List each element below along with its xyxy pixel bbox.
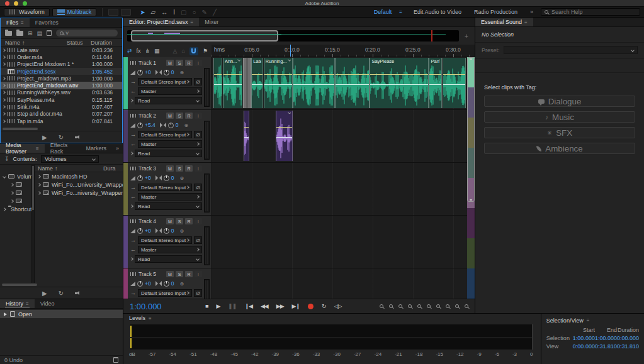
zoom-to-in-out-button[interactable] xyxy=(455,303,459,309)
auto-crossfade-icon[interactable]: ◬ xyxy=(173,48,178,54)
arm-record-button[interactable]: R xyxy=(185,165,193,172)
scrollbar-thumb[interactable] xyxy=(467,57,475,202)
volume-value[interactable]: +0 xyxy=(145,228,151,234)
expand-chevron-icon[interactable] xyxy=(2,105,6,109)
tag-button-ambience[interactable]: Ambience xyxy=(484,143,635,154)
tag-button-dialogue[interactable]: Dialogue xyxy=(484,96,635,107)
input-selector[interactable]: Default Stereo Input xyxy=(138,78,192,85)
automation-mode-selector[interactable]: Read xyxy=(135,97,202,104)
import-file-icon[interactable] xyxy=(16,31,23,36)
volume-envelope-line[interactable] xyxy=(214,74,222,75)
fx-power-button[interactable]: Ø xyxy=(194,236,202,244)
new-item-icon[interactable]: ⊞ xyxy=(28,30,33,36)
files-search-input[interactable]: ˅ xyxy=(56,30,118,36)
volume-envelope-line[interactable] xyxy=(223,74,242,75)
expand-chevron-icon[interactable] xyxy=(130,257,133,261)
crossfade-swap-icon[interactable]: ⇄ xyxy=(127,48,132,54)
close-window-button[interactable] xyxy=(5,1,9,6)
preview-play-icon[interactable]: ▶ xyxy=(42,290,47,297)
volume-envelope-line[interactable] xyxy=(293,74,334,75)
expand-chevron-icon[interactable] xyxy=(3,175,6,179)
tabs-overflow-chevron[interactable]: » xyxy=(112,144,123,153)
file-row[interactable]: SayPlease.m4a0:15.115 xyxy=(1,96,122,103)
tab-markers[interactable]: Markers xyxy=(80,144,112,153)
panel-menu-icon[interactable]: ≡ xyxy=(149,316,152,321)
column-name[interactable]: Name↑ xyxy=(5,40,67,46)
pan-value[interactable]: 0 xyxy=(176,122,179,128)
panel-menu-icon[interactable]: ≡ xyxy=(21,20,24,26)
zoom-in-time-button[interactable] xyxy=(380,303,383,309)
tab-essential-sound[interactable]: Essential Sound ≡ xyxy=(475,18,533,26)
zoom-in-amplitude-button[interactable] xyxy=(417,303,421,309)
minimize-window-button[interactable] xyxy=(14,1,18,6)
contents-dropdown[interactable]: Volumes xyxy=(41,155,99,163)
output-selector[interactable]: Master xyxy=(138,193,202,201)
volume-value[interactable]: +0 xyxy=(145,69,151,75)
loop-playback-button[interactable]: ↻ xyxy=(322,303,326,309)
input-selector[interactable]: Default Stereo Input xyxy=(138,131,192,138)
monitor-input-button[interactable]: I xyxy=(195,165,202,172)
metering-icon[interactable]: ▦ xyxy=(154,48,160,54)
pan-knob[interactable] xyxy=(164,175,169,181)
workspace-edit-audio-to-video[interactable]: Edit Audio to Video xyxy=(414,9,461,15)
mute-button[interactable]: M xyxy=(166,165,174,172)
file-row[interactable]: Order.m4a0:11.044 xyxy=(1,53,122,60)
play-button[interactable]: ▶ xyxy=(216,303,220,309)
expand-chevron-icon[interactable] xyxy=(37,191,41,195)
track-name[interactable]: Track 4 xyxy=(138,218,164,224)
paintbrush-tool-icon[interactable]: ✎ xyxy=(202,8,207,17)
start-value[interactable]: 0:00.000 xyxy=(573,343,595,350)
expand-chevron-icon[interactable] xyxy=(2,119,6,123)
start-value[interactable]: 1:00.000 xyxy=(573,335,595,341)
expand-chevron-icon[interactable] xyxy=(37,175,41,179)
rewind-button[interactable]: ◀◀ xyxy=(261,303,268,309)
slip-tool-icon[interactable]: ↔ xyxy=(161,8,167,17)
file-row[interactable]: ProjectEnd Mixdown 1 *1:00.000 xyxy=(1,61,122,68)
duration-value[interactable]: 0:31.810 xyxy=(617,343,639,350)
fast-forward-button[interactable]: ▶▶ xyxy=(276,303,284,309)
insert-into-multitrack-icon[interactable]: ▤ xyxy=(37,30,43,36)
audio-clip[interactable] xyxy=(213,58,222,108)
audio-clip[interactable]: Running... xyxy=(264,58,293,108)
stop-button[interactable]: ■ xyxy=(205,303,208,309)
audio-clip[interactable]: SayPlease xyxy=(370,58,429,108)
file-row[interactable]: Late.wav0:03.236 xyxy=(1,47,122,53)
track-lane[interactable] xyxy=(212,216,475,268)
track-lane[interactable] xyxy=(212,268,475,299)
clip-menu-chevron-icon[interactable] xyxy=(237,58,240,62)
arm-record-button[interactable]: R xyxy=(185,113,193,119)
panel-menu-icon[interactable]: ≡ xyxy=(191,19,194,25)
pan-value[interactable]: 0 xyxy=(171,175,174,181)
timeline-ruler[interactable]: hms 0:05.00:10.00:15.00:20.00:25.00:30.0 xyxy=(212,45,475,57)
output-selector[interactable]: Master xyxy=(138,87,202,95)
spot-healing-brush-tool-icon[interactable]: ╱ xyxy=(213,8,217,17)
tab-mixer[interactable]: Mixer xyxy=(199,18,224,26)
mute-button[interactable]: M xyxy=(166,218,174,224)
monitor-input-button[interactable]: I xyxy=(195,60,202,66)
file-row[interactable]: ProjectEnd.sesx1:05.452 xyxy=(1,68,122,75)
panel-menu-icon[interactable]: ≡ xyxy=(587,317,590,323)
tab-media-browser[interactable]: Media Browser ≡ xyxy=(0,144,45,153)
file-row[interactable]: ProjectEnd_mixdown.wav1:00.000 xyxy=(1,82,122,89)
track-lane[interactable] xyxy=(212,163,475,215)
record-button[interactable] xyxy=(308,304,314,309)
expand-chevron-icon[interactable] xyxy=(3,207,6,211)
lasso-selection-tool-icon[interactable]: ○ xyxy=(193,8,196,17)
media-row[interactable]: Macintosh HD xyxy=(35,172,123,180)
snap-toggle-button[interactable] xyxy=(189,47,198,55)
preview-play-icon[interactable]: ▶ xyxy=(42,134,47,141)
pan-knob[interactable] xyxy=(164,228,169,234)
volume-envelope-line[interactable] xyxy=(370,74,428,75)
tag-button-music[interactable]: ♪Music xyxy=(484,111,635,123)
volume-knob[interactable] xyxy=(137,281,143,287)
clip-menu-chevron-icon[interactable] xyxy=(288,58,291,62)
input-selector[interactable]: Default Stereo Input xyxy=(138,184,192,191)
column-status[interactable]: Status xyxy=(67,40,91,46)
arm-record-button[interactable]: R xyxy=(185,271,193,277)
zoom-window-button[interactable] xyxy=(23,1,27,6)
solo-button[interactable]: S xyxy=(176,271,183,277)
file-row[interactable]: Sink.m4a0:07.407 xyxy=(1,103,122,110)
expand-chevron-icon[interactable] xyxy=(2,84,6,87)
remove-file-icon[interactable] xyxy=(47,30,52,36)
multitrack-view-button[interactable]: Multitrack xyxy=(52,8,97,16)
